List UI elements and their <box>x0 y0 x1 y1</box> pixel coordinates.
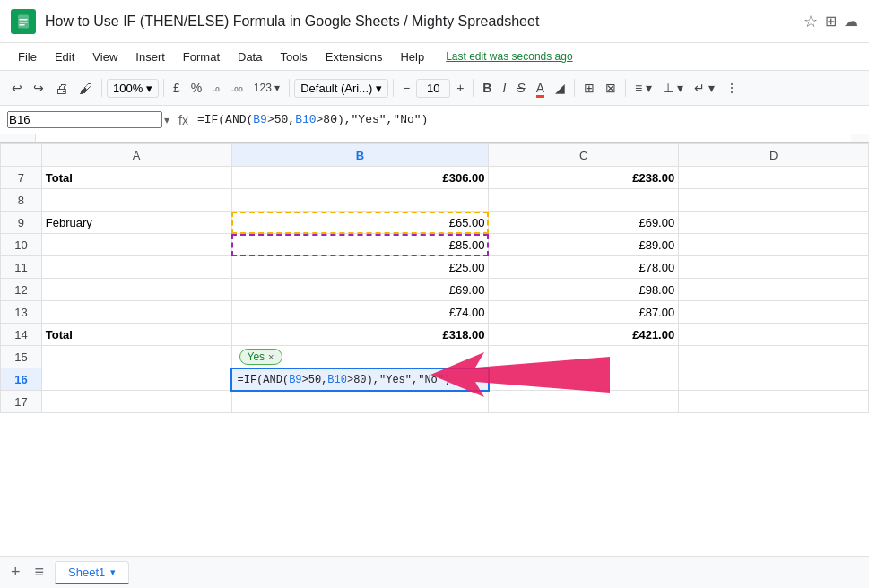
cell-b15[interactable]: Yes × <box>231 346 489 368</box>
paint-format-button[interactable]: 🖌 <box>74 78 97 99</box>
cell-ref-dropdown[interactable]: ▾ <box>164 114 169 126</box>
font-size-increase[interactable]: + <box>452 78 468 98</box>
cell-a14[interactable]: Total <box>41 324 231 346</box>
cell-b14[interactable]: £318.00 <box>231 324 489 346</box>
cell-reference-input[interactable] <box>7 111 162 128</box>
col-header-b[interactable]: B <box>231 144 489 167</box>
separator-2 <box>163 79 164 97</box>
cell-c11[interactable]: £78.00 <box>489 256 679 279</box>
cell-c17[interactable] <box>489 391 679 413</box>
cell-c12[interactable]: £98.00 <box>489 279 679 301</box>
yes-chip-container: Yes × <box>236 347 485 367</box>
cell-a17[interactable] <box>41 391 231 413</box>
cell-c8[interactable] <box>489 189 679 212</box>
menu-format[interactable]: Format <box>176 48 227 66</box>
sheet-tab-dropdown[interactable]: ▾ <box>110 566 116 578</box>
col-header-a[interactable]: A <box>41 144 231 167</box>
cell-b10[interactable]: £85.00 <box>231 234 489 256</box>
decimal-inc-button[interactable]: .₀₀ <box>226 79 247 97</box>
grid-icon[interactable]: ⊞ <box>825 13 837 30</box>
menu-edit[interactable]: Edit <box>48 48 82 66</box>
yes-chip-close[interactable]: × <box>268 351 274 362</box>
cell-d14[interactable] <box>679 324 869 346</box>
cell-b12[interactable]: £69.00 <box>231 279 489 301</box>
cell-c7[interactable]: £238.00 <box>489 167 679 189</box>
cell-b8[interactable] <box>231 189 489 212</box>
menu-view[interactable]: View <box>85 48 125 66</box>
cell-c16[interactable] <box>489 368 679 391</box>
redo-button[interactable]: ↪ <box>29 78 48 98</box>
cell-a10[interactable] <box>41 234 231 256</box>
merge-cells-button[interactable]: ⊠ <box>601 78 621 98</box>
align-v-button[interactable]: ⊥ ▾ <box>658 78 688 98</box>
cell-b9[interactable]: £65.00 <box>231 212 489 234</box>
percent-button[interactable]: % <box>187 78 206 98</box>
font-family-selector[interactable]: Default (Ari...) ▾ <box>294 79 388 98</box>
row-num-15: 15 <box>1 346 42 368</box>
cell-b7[interactable]: £306.00 <box>231 167 489 189</box>
more-button[interactable]: ⋮ <box>721 78 743 98</box>
separator-4 <box>393 79 394 97</box>
font-size-decrease[interactable]: − <box>398 78 414 98</box>
italic-button[interactable]: I <box>498 78 510 98</box>
cell-c10[interactable]: £89.00 <box>489 234 679 256</box>
formula-display: =IF(AND(B9>50,B10>80),"Yes","No") <box>236 374 453 386</box>
cell-d15[interactable] <box>679 346 869 368</box>
sheet-list-button[interactable]: ≡ <box>31 563 48 582</box>
more-formats-button[interactable]: 123 ▾ <box>249 79 284 97</box>
cell-c15[interactable] <box>489 346 679 368</box>
cell-a13[interactable] <box>41 301 231 324</box>
undo-button[interactable]: ↩ <box>7 78 27 98</box>
align-h-button[interactable]: ≡ ▾ <box>630 78 656 98</box>
cell-b17[interactable] <box>231 391 489 413</box>
cell-b16[interactable]: =IF(AND(B9>50,B10>80),"Yes","No") <box>231 368 489 391</box>
cell-c14[interactable]: £421.00 <box>489 324 679 346</box>
star-icon[interactable]: ☆ <box>804 12 818 31</box>
cell-a12[interactable] <box>41 279 231 301</box>
cell-d12[interactable] <box>679 279 869 301</box>
cell-a8[interactable] <box>41 189 231 212</box>
yes-chip[interactable]: Yes × <box>239 349 282 365</box>
cell-d7[interactable] <box>679 167 869 189</box>
underline-a: A <box>536 81 544 98</box>
cell-a11[interactable] <box>41 256 231 279</box>
cell-d10[interactable] <box>679 234 869 256</box>
menu-tools[interactable]: Tools <box>273 48 314 66</box>
wrap-button[interactable]: ↵ ▾ <box>690 78 719 98</box>
bold-button[interactable]: B <box>478 78 496 98</box>
zoom-selector[interactable]: 100% ▾ <box>107 79 159 98</box>
cell-a9[interactable]: February <box>41 212 231 234</box>
cell-c13[interactable]: £87.00 <box>489 301 679 324</box>
currency-button[interactable]: £ <box>169 78 185 98</box>
col-header-d[interactable]: D <box>679 144 869 167</box>
underline-button[interactable]: A <box>532 78 549 98</box>
add-sheet-button[interactable]: + <box>7 563 24 582</box>
cell-a16[interactable] <box>41 368 231 391</box>
cell-d9[interactable] <box>679 212 869 234</box>
menu-help[interactable]: Help <box>393 48 431 66</box>
font-size-input[interactable]: 10 <box>416 79 450 98</box>
menu-extensions[interactable]: Extensions <box>318 48 390 66</box>
menu-insert[interactable]: Insert <box>128 48 172 66</box>
cloud-icon[interactable]: ☁ <box>844 13 858 30</box>
fill-color-button[interactable]: ◢ <box>551 78 569 98</box>
formula-input[interactable]: =IF(AND(B9>50,B10>80),"Yes","No") <box>197 113 862 126</box>
cell-b13[interactable]: £74.00 <box>231 301 489 324</box>
cell-b11[interactable]: £25.00 <box>231 256 489 279</box>
cell-d17[interactable] <box>679 391 869 413</box>
cell-c9[interactable]: £69.00 <box>489 212 679 234</box>
cell-d11[interactable] <box>679 256 869 279</box>
sheet-tab-sheet1[interactable]: Sheet1 ▾ <box>55 561 129 584</box>
col-header-c[interactable]: C <box>489 144 679 167</box>
print-button[interactable]: 🖨 <box>50 78 73 99</box>
borders-button[interactable]: ⊞ <box>579 78 599 98</box>
menu-file[interactable]: File <box>11 48 44 66</box>
cell-d13[interactable] <box>679 301 869 324</box>
strikethrough-button[interactable]: S <box>512 78 529 98</box>
decimal-dec-button[interactable]: .₀ <box>208 79 224 97</box>
cell-d8[interactable] <box>679 189 869 212</box>
menu-data[interactable]: Data <box>230 48 269 66</box>
cell-a7[interactable]: Total <box>41 167 231 189</box>
cell-d16[interactable] <box>679 368 869 391</box>
cell-a15[interactable] <box>41 346 231 368</box>
